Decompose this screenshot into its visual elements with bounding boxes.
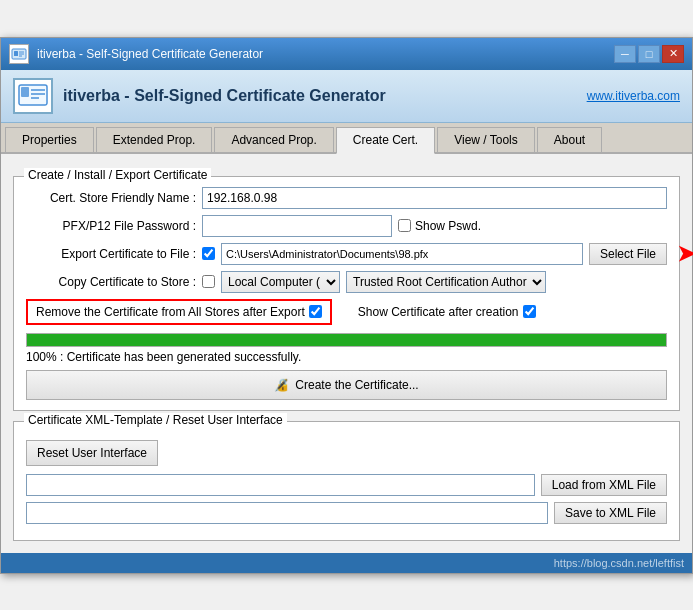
remove-certificate-checkbox[interactable]	[309, 305, 322, 318]
svg-rect-6	[21, 87, 29, 97]
pfx-password-input[interactable]	[202, 215, 392, 237]
show-pswd-label: Show Pswd.	[398, 219, 481, 233]
reset-ui-button[interactable]: Reset User Interface	[26, 440, 158, 466]
header-bar: itiverba - Self-Signed Certificate Gener…	[1, 70, 692, 123]
arrow-indicator: ➤	[677, 241, 693, 267]
export-file-row: Export Certificate to File : Select File…	[26, 243, 667, 265]
tab-extended-prop[interactable]: Extended Prop.	[96, 127, 213, 152]
tab-properties[interactable]: Properties	[5, 127, 94, 152]
maximize-button[interactable]: □	[638, 45, 660, 63]
create-export-group: Create / Install / Export Certificate Ce…	[13, 176, 680, 411]
save-xml-button[interactable]: Save to XML File	[554, 502, 667, 524]
header-left: itiverba - Self-Signed Certificate Gener…	[13, 78, 386, 114]
select-file-button[interactable]: Select File	[589, 243, 667, 265]
window-title: itiverba - Self-Signed Certificate Gener…	[37, 47, 263, 61]
minimize-button[interactable]: ─	[614, 45, 636, 63]
pfx-password-label: PFX/P12 File Password :	[26, 219, 196, 233]
tab-create-cert[interactable]: Create Cert.	[336, 127, 435, 154]
export-file-input[interactable]	[221, 243, 583, 265]
remove-show-row: Remove the Certificate from All Stores a…	[26, 299, 667, 325]
xml-template-group-title: Certificate XML-Template / Reset User In…	[24, 413, 287, 427]
show-pswd-checkbox[interactable]	[398, 219, 411, 232]
window-controls: ─ □ ✕	[614, 45, 684, 63]
title-bar: itiverba - Self-Signed Certificate Gener…	[1, 38, 692, 70]
tab-about[interactable]: About	[537, 127, 602, 152]
remove-certificate-label: Remove the Certificate from All Stores a…	[36, 305, 305, 319]
copy-store-label: Copy Certificate to Store :	[26, 275, 196, 289]
progress-container: 100% : Certificate has been generated su…	[26, 333, 667, 364]
header-icon	[13, 78, 53, 114]
tab-view-tools[interactable]: View / Tools	[437, 127, 535, 152]
show-after-creation-label: Show Certificate after creation	[358, 305, 519, 319]
cert-store-name-input[interactable]	[202, 187, 667, 209]
copy-store-checkbox[interactable]	[202, 275, 215, 288]
show-after-creation-checkbox[interactable]	[523, 305, 536, 318]
export-file-label: Export Certificate to File :	[26, 247, 196, 261]
remove-certificate-box: Remove the Certificate from All Stores a…	[26, 299, 332, 325]
load-xml-button[interactable]: Load from XML File	[541, 474, 667, 496]
main-window: itiverba - Self-Signed Certificate Gener…	[0, 37, 693, 574]
cert-store-name-label: Cert. Store Friendly Name :	[26, 191, 196, 205]
local-computer-select[interactable]: Local Computer ( Current User	[221, 271, 340, 293]
header-title: itiverba - Self-Signed Certificate Gener…	[63, 87, 386, 105]
xml-template-group: Certificate XML-Template / Reset User In…	[13, 421, 680, 541]
header-website-link[interactable]: www.itiverba.com	[587, 89, 680, 103]
cert-store-name-row: Cert. Store Friendly Name :	[26, 187, 667, 209]
app-icon	[9, 44, 29, 64]
tab-advanced-prop[interactable]: Advanced Prop.	[214, 127, 333, 152]
xml-save-input[interactable]	[26, 502, 548, 524]
cert-authority-select[interactable]: Trusted Root Certification Authoritie...…	[346, 271, 546, 293]
progress-bar-background	[26, 333, 667, 347]
xml-save-row: Save to XML File	[26, 502, 667, 524]
show-after-creation-row: Show Certificate after creation	[358, 305, 536, 319]
close-button[interactable]: ✕	[662, 45, 684, 63]
progress-bar-fill	[27, 334, 666, 346]
svg-rect-1	[14, 51, 18, 56]
watermark: https://blog.csdn.net/leftfist	[1, 553, 692, 573]
xml-load-row: Load from XML File	[26, 474, 667, 496]
create-cert-label: Create the Certificate...	[295, 378, 418, 392]
create-certificate-button[interactable]: 🔏 Create the Certificate...	[26, 370, 667, 400]
export-file-checkbox[interactable]	[202, 247, 215, 260]
progress-message: 100% : Certificate has been generated su…	[26, 350, 667, 364]
main-content: Create / Install / Export Certificate Ce…	[1, 154, 692, 553]
xml-reset-row: Reset User Interface	[26, 440, 667, 474]
pfx-password-row: PFX/P12 File Password : Show Pswd.	[26, 215, 667, 237]
copy-store-row: Copy Certificate to Store : Local Comput…	[26, 271, 667, 293]
select-file-wrap: Select File ➤	[589, 243, 667, 265]
xml-load-input[interactable]	[26, 474, 535, 496]
create-cert-icon: 🔏	[274, 378, 289, 392]
tab-bar: Properties Extended Prop. Advanced Prop.…	[1, 123, 692, 154]
create-export-group-title: Create / Install / Export Certificate	[24, 168, 211, 182]
